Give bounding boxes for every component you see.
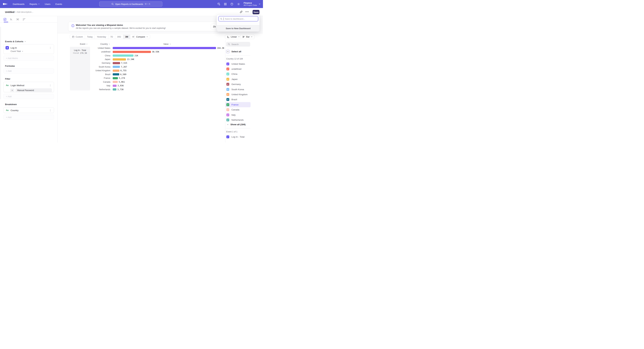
filter-options-icon[interactable]: ⋮ <box>49 84 52 87</box>
settings-gear-icon[interactable] <box>237 2 240 6</box>
nav-item-dashboards[interactable]: Dashboards <box>13 3 24 5</box>
top-nav: DashboardsReportsUsersEvents Open Report… <box>0 0 263 8</box>
column-header-event[interactable]: Event <box>76 43 92 45</box>
country-filter-row[interactable]: Italy <box>226 112 250 117</box>
metric-card[interactable]: A Log In ⋮ Count Total <box>3 44 54 54</box>
range-30d[interactable]: 30D <box>115 35 123 39</box>
add-metric-button[interactable]: + Add Metric <box>3 56 54 61</box>
nav-item-reports[interactable]: Reports <box>30 3 40 5</box>
events-cohorts-label[interactable]: Events & Cohorts <box>5 40 26 43</box>
metric-options-icon[interactable]: ⋮ <box>49 46 52 49</box>
country-checkbox[interactable] <box>226 108 229 111</box>
more-options-icon[interactable] <box>245 11 249 12</box>
add-description-placeholder[interactable]: + Add description... <box>15 11 33 13</box>
bar[interactable] <box>113 54 134 57</box>
column-header-country[interactable]: Country <box>98 43 113 45</box>
country-filter-row[interactable]: China <box>226 72 250 77</box>
country-checkbox[interactable] <box>226 83 229 86</box>
country-filter-row[interactable]: South Korea <box>226 87 250 92</box>
country-checkbox[interactable] <box>226 113 229 116</box>
copy-link-icon[interactable] <box>240 10 243 13</box>
bar-category-label: Japan <box>92 58 110 60</box>
bar[interactable] <box>113 69 120 72</box>
project-switcher[interactable]: Finance All Project Data <box>244 2 260 6</box>
country-checkbox[interactable] <box>226 118 229 121</box>
country-filter-row[interactable]: France <box>226 102 250 107</box>
breakdown-property-name[interactable]: Country <box>10 109 47 112</box>
help-icon[interactable] <box>230 2 234 6</box>
segment-search-input[interactable]: Search <box>226 42 250 47</box>
country-checkbox[interactable] <box>226 78 229 81</box>
country-checkbox[interactable] <box>226 98 229 101</box>
bar[interactable] <box>113 85 116 87</box>
metric-aggregation[interactable]: Count Total <box>10 50 54 54</box>
breakdown-card[interactable]: Aa Country ⋮ <box>3 107 54 113</box>
range-7d[interactable]: 7D <box>108 35 115 39</box>
bar[interactable] <box>113 58 126 60</box>
nav-item-events[interactable]: Events <box>56 3 62 5</box>
breakdown-options-icon[interactable]: ⋮ <box>49 109 52 112</box>
add-filter-button[interactable]: + Add <box>3 94 54 99</box>
report-title[interactable]: Untitled <box>5 10 14 13</box>
add-formula-button[interactable]: + Add <box>3 68 54 73</box>
bar[interactable] <box>113 47 216 49</box>
save-to-dashboard-input[interactable]: Save to dashboard... <box>218 16 258 21</box>
column-header-value[interactable]: Value <box>160 43 175 45</box>
save-to-new-dashboard-button[interactable]: Save to New Dashboard <box>217 25 260 31</box>
country-filter-row[interactable]: undefined <box>226 66 250 71</box>
select-all-row[interactable]: Select all <box>226 50 241 53</box>
bar[interactable] <box>113 73 119 75</box>
bar[interactable] <box>113 62 120 64</box>
save-button[interactable]: Save <box>252 10 260 14</box>
chevron-down-icon <box>24 40 26 42</box>
country-filter-row[interactable]: Brazil <box>226 97 250 102</box>
country-checkbox[interactable] <box>226 67 229 70</box>
tab-flows[interactable] <box>16 17 19 21</box>
country-checkbox[interactable] <box>226 88 229 91</box>
bar-value: 3,936 <box>118 84 124 87</box>
country-filter-row[interactable]: Japan <box>226 77 250 82</box>
apps-grid-icon[interactable] <box>224 3 227 5</box>
metric-name[interactable]: Log In <box>10 47 47 49</box>
tab-funnels[interactable] <box>10 17 13 21</box>
range-custom[interactable]: Custom <box>70 35 85 39</box>
event-summary-panel[interactable]: Log In - Total Overall 276.5K <box>70 47 90 90</box>
filter-card[interactable]: Aa Login Method ⋮ = Manual Password <box>3 82 54 92</box>
bar-row: South Korea7,267 <box>92 65 227 69</box>
country-filter-row[interactable]: Canada <box>226 107 250 112</box>
country-label: Netherlands <box>232 119 244 121</box>
filter-property-name[interactable]: Login Method <box>10 84 47 87</box>
mixpanel-logo-icon[interactable] <box>3 3 8 5</box>
country-checkbox[interactable] <box>226 73 229 75</box>
global-search-input[interactable]: Open Reports & Dashboards ⌘ + K <box>99 1 162 6</box>
bar[interactable] <box>113 66 120 68</box>
country-filter-row[interactable]: United States <box>226 61 250 66</box>
range-today[interactable]: Today <box>85 35 95 39</box>
country-filter-row[interactable]: United Kingdom <box>226 92 250 97</box>
bar[interactable] <box>113 51 151 53</box>
range-yesterday[interactable]: Yesterday <box>95 35 108 39</box>
country-filter-row[interactable]: Germany <box>226 82 250 87</box>
bar[interactable] <box>113 88 116 90</box>
bar[interactable] <box>113 81 118 83</box>
event-checkbox[interactable] <box>226 135 229 138</box>
filter-operator[interactable]: = <box>10 88 14 92</box>
country-label: undefined <box>232 68 241 70</box>
tab-insights[interactable] <box>3 17 6 21</box>
select-all-checkbox[interactable] <box>226 50 229 53</box>
country-checkbox[interactable] <box>226 62 229 65</box>
filter-value[interactable]: Manual Password <box>16 88 52 92</box>
event-filter-row[interactable]: Log In - Total <box>226 134 250 139</box>
chevron-down-icon <box>227 124 229 126</box>
country-filter-row[interactable]: Netherlands <box>226 117 250 122</box>
show-all-button[interactable]: Show all (184) <box>227 123 246 126</box>
country-checkbox[interactable] <box>226 103 229 106</box>
country-checkbox[interactable] <box>226 93 229 96</box>
bar[interactable] <box>113 77 118 79</box>
compare-button[interactable]: Compare <box>134 34 150 39</box>
data-management-icon[interactable] <box>217 2 220 6</box>
add-breakdown-button[interactable]: + Add <box>3 115 54 120</box>
nav-item-users[interactable]: Users <box>45 3 50 5</box>
tab-retention[interactable] <box>22 17 26 21</box>
range-3m[interactable]: 3M <box>123 35 130 39</box>
